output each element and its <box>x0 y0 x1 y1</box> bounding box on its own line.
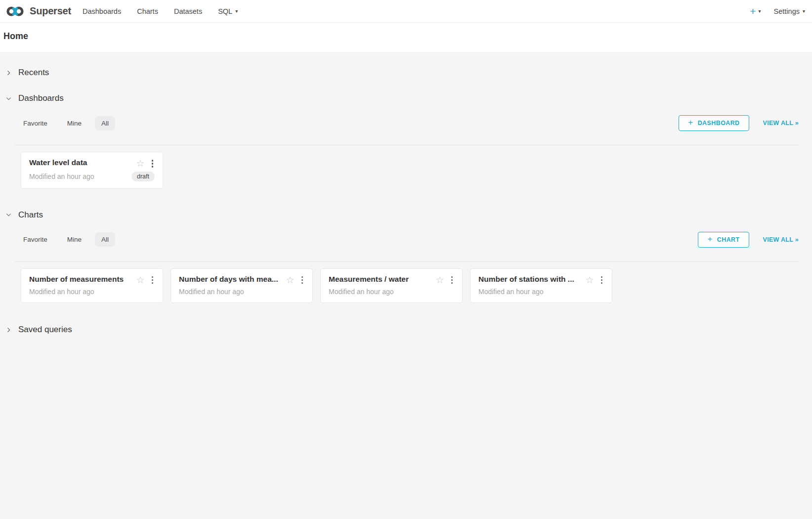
dashboards-filter-tabs: Favorite Mine All <box>17 116 115 130</box>
section-title-charts: Charts <box>18 210 43 220</box>
favorite-star-icon[interactable]: ☆ <box>435 275 444 285</box>
plus-icon: + <box>750 6 756 16</box>
favorite-star-icon[interactable]: ☆ <box>136 275 144 285</box>
card-modified-text: Modified an hour ago <box>29 173 131 180</box>
page-header: Home <box>0 23 812 52</box>
tab-all[interactable]: All <box>95 232 115 247</box>
chevron-down-icon <box>5 95 12 102</box>
card-title[interactable]: Water level data <box>29 158 132 167</box>
charts-toolbar-right: + CHART VIEW ALL » <box>698 232 799 248</box>
card-title[interactable]: Number of stations with ... <box>478 275 581 284</box>
plus-icon: + <box>707 234 712 244</box>
favorite-star-icon[interactable]: ☆ <box>286 275 294 285</box>
dashboards-cards-row: Water level data ☆ Modified an hour ago … <box>21 152 799 189</box>
chevron-right-icon <box>5 70 12 76</box>
chart-card[interactable]: Number of measurements ☆ Modified an hou… <box>21 268 163 303</box>
divider <box>15 261 799 262</box>
page-title: Home <box>3 31 804 42</box>
card-modified-text: Modified an hour ago <box>478 288 604 296</box>
more-actions-icon[interactable] <box>150 275 155 285</box>
caret-down-icon: ▾ <box>759 9 761 14</box>
favorite-star-icon[interactable]: ☆ <box>136 159 144 168</box>
more-actions-icon[interactable] <box>300 275 305 285</box>
status-badge: draft <box>131 172 155 181</box>
plus-icon: + <box>688 118 693 128</box>
brand-name: Superset <box>30 5 71 17</box>
chart-card[interactable]: Number of stations with ... ☆ Modified a… <box>470 268 612 303</box>
new-dashboard-button[interactable]: + DASHBOARD <box>679 115 749 131</box>
dashboards-toolbar: Favorite Mine All + DASHBOARD VIEW ALL » <box>17 115 799 131</box>
dashboards-view-all-link[interactable]: VIEW ALL » <box>763 120 799 127</box>
more-actions-icon[interactable] <box>150 159 155 169</box>
section-title-dashboards: Dashboards <box>18 93 64 103</box>
card-modified-text: Modified an hour ago <box>29 288 155 296</box>
card-modified-text: Modified an hour ago <box>329 288 454 296</box>
tab-favorite[interactable]: Favorite <box>17 232 54 247</box>
charts-view-all-link[interactable]: VIEW ALL » <box>763 236 799 243</box>
tab-all[interactable]: All <box>95 116 115 130</box>
favorite-star-icon[interactable]: ☆ <box>585 275 594 285</box>
caret-down-icon: ▾ <box>803 9 805 14</box>
chart-card[interactable]: Number of days with mea... ☆ Modified an… <box>171 268 313 303</box>
dashboards-toolbar-right: + DASHBOARD VIEW ALL » <box>679 115 799 131</box>
card-title[interactable]: Number of measurements <box>29 275 132 284</box>
caret-down-icon: ▾ <box>235 9 238 14</box>
superset-logo-icon <box>5 6 25 17</box>
chevron-right-icon <box>5 327 12 333</box>
divider <box>15 145 799 145</box>
card-title[interactable]: Measurements / water <box>329 275 431 284</box>
settings-menu-button[interactable]: Settings ▾ <box>774 7 805 15</box>
new-item-menu-button[interactable]: + ▾ <box>750 6 761 16</box>
section-recents-toggle[interactable]: Recents <box>0 68 812 78</box>
section-charts-toggle[interactable]: Charts <box>0 210 812 220</box>
charts-filter-tabs: Favorite Mine All <box>17 232 115 247</box>
nav-item-dashboards[interactable]: Dashboards <box>83 7 121 15</box>
dashboard-card[interactable]: Water level data ☆ Modified an hour ago … <box>21 152 163 189</box>
home-content: Recents Dashboards Favorite Mine All + D… <box>0 68 812 519</box>
chevron-down-icon <box>5 212 12 218</box>
more-actions-icon[interactable] <box>450 275 455 285</box>
tab-mine[interactable]: Mine <box>61 232 88 247</box>
card-title[interactable]: Number of days with mea... <box>179 275 282 284</box>
nav-links: Dashboards Charts Datasets SQL ▾ <box>83 7 238 15</box>
top-nav: Superset Dashboards Charts Datasets SQL … <box>0 0 812 23</box>
nav-item-sql[interactable]: SQL ▾ <box>218 7 238 15</box>
nav-right: + ▾ Settings ▾ <box>750 6 807 16</box>
new-chart-button[interactable]: + CHART <box>698 232 749 248</box>
charts-cards-row: Number of measurements ☆ Modified an hou… <box>21 268 799 303</box>
nav-item-charts[interactable]: Charts <box>137 7 158 15</box>
tab-favorite[interactable]: Favorite <box>17 116 54 130</box>
card-modified-text: Modified an hour ago <box>179 288 304 296</box>
charts-toolbar: Favorite Mine All + CHART VIEW ALL » <box>17 232 799 248</box>
section-title-recents: Recents <box>18 68 49 78</box>
section-title-saved-queries: Saved queries <box>18 325 72 335</box>
tab-mine[interactable]: Mine <box>61 116 88 130</box>
superset-brand[interactable]: Superset <box>5 5 71 17</box>
nav-item-datasets[interactable]: Datasets <box>174 7 202 15</box>
more-actions-icon[interactable] <box>599 275 604 285</box>
section-saved-queries-toggle[interactable]: Saved queries <box>0 325 812 335</box>
chart-card[interactable]: Measurements / water ☆ Modified an hour … <box>320 268 463 303</box>
section-dashboards-toggle[interactable]: Dashboards <box>0 93 812 103</box>
